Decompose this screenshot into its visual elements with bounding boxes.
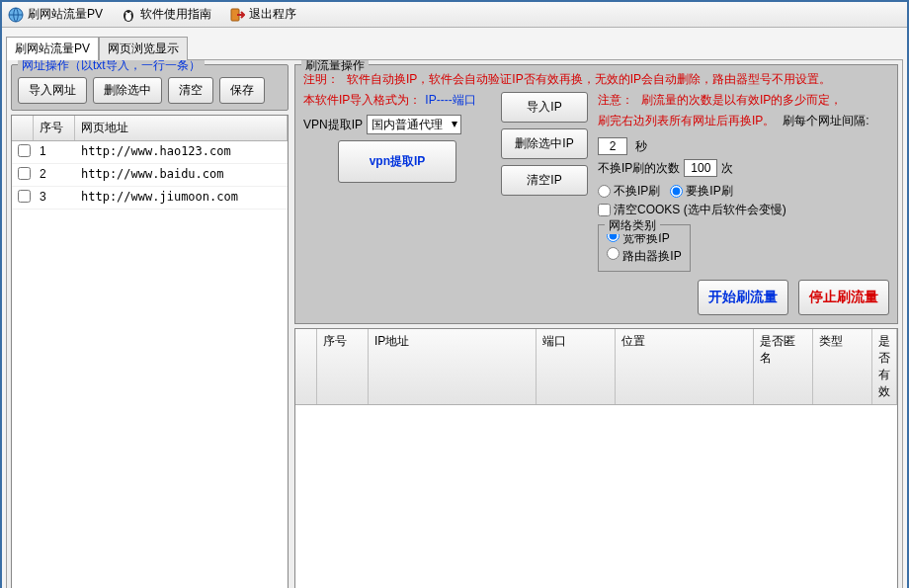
svg-point-4 xyxy=(129,12,131,14)
menu-guide-label: 软件使用指南 xyxy=(140,6,211,23)
clear-ip-button[interactable]: 清空IP xyxy=(501,165,588,196)
ip-col-anon: 是否匿名 xyxy=(754,329,813,404)
row-checkbox[interactable] xyxy=(18,167,31,180)
opt-no-change-ip[interactable]: 不换IP刷 xyxy=(598,183,660,200)
network-type-group: 网络类别 宽带换IP 路由器换IP xyxy=(598,224,691,272)
vpn-select[interactable]: 国内普通代理 xyxy=(367,115,461,134)
warn-line2: 刷完右边列表所有网址后再换IP。 xyxy=(598,113,775,129)
svg-point-3 xyxy=(125,12,127,14)
menu-pv-label: 刷网站流量PV xyxy=(28,6,103,23)
tabs: 刷网站流量PV 网页浏览显示 xyxy=(6,36,903,59)
row-checkbox[interactable] xyxy=(18,144,31,157)
url-table-header: 序号 网页地址 xyxy=(12,116,288,141)
ip-col-ip: IP地址 xyxy=(369,329,537,404)
vpn-label: VPN提取IP xyxy=(303,117,363,133)
opt-clear-cookies[interactable]: 清空COOKS (选中后软件会变慢) xyxy=(598,202,786,218)
tab-browse[interactable]: 网页浏览显示 xyxy=(99,37,188,60)
ops-note-line: 注明： 软件自动换IP，软件会自动验证IP否有效再换，无效的IP会自动删除，路由… xyxy=(303,71,889,88)
ip-table[interactable]: 序号 IP地址 端口 位置 是否匿名 类型 是否有效 xyxy=(294,328,898,588)
penguin-icon xyxy=(121,7,136,23)
stop-button[interactable]: 停止刷流量 xyxy=(798,280,889,315)
count-input[interactable] xyxy=(684,159,717,177)
url-col-seq: 序号 xyxy=(34,116,75,140)
exit-icon xyxy=(229,7,245,23)
clear-url-button[interactable]: 清空 xyxy=(168,77,213,104)
ip-format-line: 本软件IP导入格式为： IP----端口 xyxy=(303,92,491,109)
menu-pv[interactable]: 刷网站流量PV xyxy=(8,6,103,23)
tab-pv[interactable]: 刷网站流量PV xyxy=(6,37,99,60)
save-url-button[interactable]: 保存 xyxy=(219,77,265,104)
net-router[interactable]: 路由器换IP xyxy=(607,247,682,265)
delete-ip-button[interactable]: 删除选中IP xyxy=(501,128,588,159)
globe-icon xyxy=(8,7,24,23)
delete-url-button[interactable]: 删除选中 xyxy=(93,77,162,104)
ip-col-loc: 位置 xyxy=(616,329,754,404)
ip-col-seq: 序号 xyxy=(317,329,369,404)
interval-input[interactable] xyxy=(598,137,627,155)
table-row[interactable]: 1http://www.hao123.com xyxy=(12,141,288,164)
table-row[interactable]: 2http://www.baidu.com xyxy=(12,164,288,187)
traffic-ops-title: 刷流量操作 xyxy=(301,59,369,74)
vpn-extract-button[interactable]: vpn提取IP xyxy=(338,140,456,183)
menu-guide[interactable]: 软件使用指南 xyxy=(121,6,211,23)
import-url-button[interactable]: 导入网址 xyxy=(18,77,87,104)
table-row[interactable]: 3http://www.jiumoon.com xyxy=(12,187,288,210)
menu-exit-label: 退出程序 xyxy=(249,6,296,23)
ip-table-header: 序号 IP地址 端口 位置 是否匿名 类型 是否有效 xyxy=(295,329,897,405)
import-ip-button[interactable]: 导入IP xyxy=(501,92,588,123)
traffic-ops-group: 刷流量操作 注明： 软件自动换IP，软件会自动验证IP否有效再换，无效的IP会自… xyxy=(294,64,898,324)
ip-col-valid: 是否有效 xyxy=(872,329,897,404)
interval-label: 刷每个网址间隔: xyxy=(783,113,868,129)
warn-line: 注意： 刷流量的次数是以有效IP的多少而定， xyxy=(598,92,889,109)
menubar: 刷网站流量PV 软件使用指南 退出程序 xyxy=(2,2,907,28)
ip-col-type: 类型 xyxy=(813,329,872,404)
opt-change-ip[interactable]: 要换IP刷 xyxy=(670,183,732,200)
count-label: 不换IP刷的次数 xyxy=(598,160,680,177)
url-ops-group: 网址操作（以txt导入，一行一条） 导入网址 删除选中 清空 保存 xyxy=(11,64,289,111)
url-col-addr: 网页地址 xyxy=(75,116,288,140)
svg-point-2 xyxy=(125,13,131,21)
menu-exit[interactable]: 退出程序 xyxy=(229,6,296,23)
url-ops-title: 网址操作（以txt导入，一行一条） xyxy=(18,59,205,74)
row-checkbox[interactable] xyxy=(18,190,31,203)
start-button[interactable]: 开始刷流量 xyxy=(698,280,788,315)
url-table[interactable]: 序号 网页地址 1http://www.hao123.com2http://ww… xyxy=(11,115,289,588)
ip-col-port: 端口 xyxy=(537,329,616,404)
